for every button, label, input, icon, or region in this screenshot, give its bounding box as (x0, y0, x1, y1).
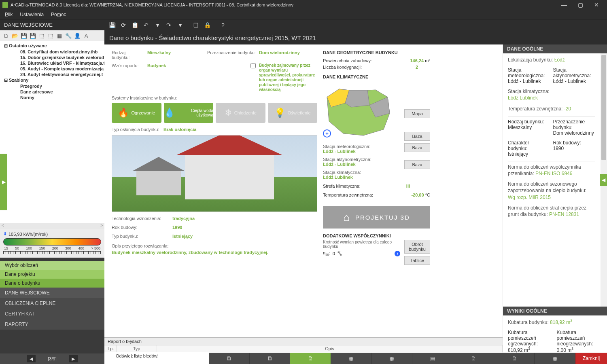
minimize-button[interactable]: — (556, 0, 572, 10)
save-icon[interactable]: 💾 (108, 21, 116, 29)
open-file-icon[interactable]: 📂 (11, 32, 19, 39)
import-icon[interactable]: ⬚ (47, 32, 54, 39)
panel-wyniki-header: WYNIKI OGÓLNE (503, 307, 607, 315)
kond-value[interactable]: 2 (416, 65, 430, 70)
nav-group-obliczenia[interactable]: OBLICZENIA CIEPLNE (0, 298, 104, 309)
tree-item[interactable]: Normy (0, 95, 104, 100)
temp-value[interactable]: -20,00 (411, 193, 424, 197)
layers-icon[interactable]: ❏ (192, 21, 200, 29)
pow-value[interactable]: 146,24 (410, 58, 424, 63)
menu-help[interactable]: Pomoc (51, 12, 66, 17)
bb-seg-8[interactable]: 🗎 (494, 353, 535, 364)
info-icon[interactable]: i (395, 251, 400, 256)
st-meteo-value[interactable]: Łódź - Lublinek (323, 149, 400, 154)
export-icon[interactable]: ⬚ (38, 32, 45, 39)
poland-map[interactable]: + (323, 85, 392, 138)
help-icon[interactable]: ? (219, 21, 227, 29)
typ-label: Typ budynku: (112, 234, 164, 239)
project-tree[interactable]: ⊟ Ostatnio używane 08. Certyfikat dom wi… (0, 41, 104, 223)
osloniecie-label: Typ osłonięcia budynku: (112, 127, 160, 132)
new-file-icon[interactable]: 🗋 (2, 32, 10, 39)
st-klim-value[interactable]: Łódź Lublinek (323, 175, 400, 180)
person-icon[interactable]: 👤 (74, 32, 81, 39)
obrot-button[interactable]: Obrót budynku (404, 240, 430, 254)
bb-seg-9[interactable]: ▦ (535, 353, 575, 364)
maximize-button[interactable]: ▢ (572, 0, 588, 10)
przezn-value[interactable]: Dom wielorodzinny (259, 50, 317, 60)
clipboard-icon[interactable]: 📋 (131, 21, 138, 29)
baza-button-3[interactable]: Baza (404, 160, 430, 169)
rodzaj-value[interactable]: Mieszkalny (147, 50, 204, 60)
lock-icon[interactable]: 🔒 (204, 21, 211, 29)
close-window-button[interactable]: ✕ (588, 0, 605, 10)
redo-icon[interactable]: ↷ (165, 21, 172, 29)
nav-buttons: Wybór obliczeń Dane projektu Dane o budy… (0, 261, 104, 330)
wrench-icon[interactable]: 🔧 (65, 32, 72, 39)
zoom-map-icon[interactable]: + (323, 129, 331, 138)
edge-tab-right[interactable]: ◀ (600, 174, 607, 186)
pager-prev[interactable]: ◀ (27, 355, 36, 362)
bb-seg-1[interactable]: 🗎 (209, 353, 250, 364)
opis-value[interactable]: Budynek mieszkalny wielorodzinny, zbudow… (112, 250, 317, 255)
gauge-value: ⬇105,93 kWh/(m²rok) (3, 231, 101, 237)
save-icon[interactable]: 💾 (20, 32, 28, 39)
tree-hscroll[interactable]: <> (0, 223, 104, 229)
sys-chlodzenie[interactable]: ❄Chłodzenie (216, 103, 265, 123)
strefa-value[interactable]: III (406, 184, 430, 188)
sys-ogrzewanie[interactable]: 🔥Ogrzewanie (112, 103, 161, 123)
bb-seg-3[interactable]: 🗎 (290, 353, 331, 364)
baza-button-1[interactable]: Baza (404, 132, 430, 141)
save-as-icon[interactable]: 💾 (29, 32, 36, 39)
sys-oswietlenie[interactable]: 💡Oświetlenie (268, 103, 318, 123)
tech-value[interactable]: tradycyjna (172, 216, 195, 221)
org-checkbox[interactable] (250, 63, 256, 68)
bb-seg-2[interactable]: 🗎 (250, 353, 291, 364)
mapa-button[interactable]: Mapa (404, 109, 430, 118)
osloniecie-value[interactable]: Brak osłonięcia (163, 127, 196, 132)
r-norm1-value: PN-EN ISO 6946 (535, 171, 572, 176)
tree-item[interactable]: 24. Audyt efektywności energetycznej.t (0, 72, 104, 77)
bb-seg-4[interactable]: ▦ (331, 353, 372, 364)
mid-area: DANE GEOMETRYCZNE BUDYNKU Powierzchnia z… (323, 44, 434, 337)
refresh-icon[interactable]: ⟳ (120, 21, 127, 29)
tree-item[interactable]: 15. Dobór grzejników budynek wielorod (0, 55, 104, 60)
bb-seg-7[interactable]: 🗎 (453, 353, 494, 364)
tree-recent[interactable]: ⊟ Ostatnio używane (0, 43, 104, 49)
pager-next[interactable]: ▶ (69, 355, 78, 362)
undo-drop-icon[interactable]: ▾ (154, 21, 161, 29)
wzor-value[interactable]: Budynek (147, 63, 204, 92)
grid-icon[interactable]: ▦ (56, 32, 63, 39)
undo-icon[interactable]: ↶ (142, 21, 150, 29)
projektuj-3d-button[interactable]: ⌂ PROJEKTUJ 3D (323, 206, 430, 229)
snow-icon: ❄ (225, 108, 232, 118)
baza-button-2[interactable]: Baza (404, 143, 430, 152)
nav-group-dane-wejsciowe[interactable]: DANE WEJŚCIOWE (0, 288, 104, 298)
tree-item[interactable]: 05. Audyt - Kompleksowa modernizacja (0, 66, 104, 72)
redo-drop-icon[interactable]: ▾ (176, 21, 184, 29)
tree-item[interactable]: 16. Biurowiec układ VRF - klimatyzacja.t (0, 60, 104, 66)
menu-file[interactable]: Plik (5, 12, 13, 17)
tree-item[interactable]: Przegrody (0, 83, 104, 89)
nav-dane-o-budynku[interactable]: Dane o budynku (0, 279, 104, 288)
n50-value[interactable]: 0 (333, 251, 335, 256)
font-icon[interactable]: A (83, 32, 90, 39)
bb-seg-5[interactable]: ▦ (372, 353, 413, 364)
nav-group-raporty[interactable]: RAPORTY (0, 319, 104, 330)
tree-item[interactable]: Dane adresowe (0, 89, 104, 95)
tree-item[interactable]: 08. Certyfikat dom wielorodzinny.thb (0, 49, 104, 55)
sys-cwu[interactable]: 💧Ciepła woda użytkowa (164, 103, 214, 123)
nav-dane-projektu[interactable]: Dane projektu (0, 270, 104, 279)
nav-group-certyfikat[interactable]: CERTYFIKAT (0, 309, 104, 319)
window-title: ArCADia-TERMOCAD 8.0 Licencja dla: WEWNĘ… (11, 2, 556, 7)
tablice-button[interactable]: Tablice (404, 256, 430, 265)
st-akt-value[interactable]: Łódź - Lublinek (323, 162, 400, 167)
edge-tab-left[interactable]: ▶ (0, 154, 7, 210)
tree-templates[interactable]: ⊟ Szablony (0, 77, 104, 83)
nav-wybor-obliczen[interactable]: Wybór obliczeń (0, 261, 104, 270)
zamknij-button[interactable]: Zamknij (575, 353, 607, 364)
bb-seg-6[interactable]: ▤ (412, 353, 453, 364)
rok-value[interactable]: 1990 (172, 225, 182, 230)
typ-value[interactable]: Istniejący (172, 234, 193, 239)
menu-settings[interactable]: Ustawienia (20, 12, 44, 17)
gauge-ticks: 1550100150200300400> 500 (3, 245, 101, 250)
